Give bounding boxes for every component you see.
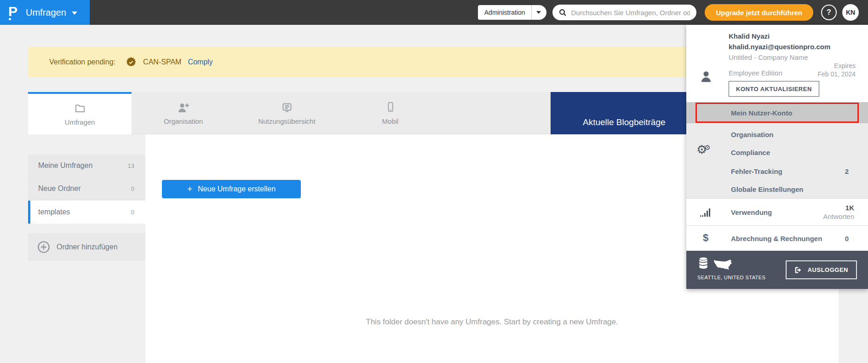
plus-circle-icon bbox=[37, 241, 50, 254]
folder-label: templates bbox=[38, 208, 70, 216]
folder-label: Neue Ordner bbox=[38, 184, 81, 193]
product-menu[interactable]: P Umfragen bbox=[0, 0, 90, 25]
usage-bars-icon bbox=[700, 208, 712, 217]
folder-label: Meine Umfragen bbox=[38, 161, 92, 170]
program-name: CAN-SPAM bbox=[143, 58, 181, 66]
expires-label: Expires bbox=[817, 62, 856, 70]
question-mark-icon: ? bbox=[827, 8, 831, 17]
logout-button[interactable]: AUSLOGGEN bbox=[786, 260, 857, 279]
mobile-phone-icon bbox=[385, 101, 396, 113]
product-name: Umfragen bbox=[26, 7, 66, 18]
menu-item-globale-einstellungen[interactable]: Globale Einstellungen bbox=[686, 180, 868, 199]
menu-item-label: Mein Nutzer-Konto bbox=[731, 109, 792, 117]
create-umfrage-label: Neue Umfrage erstellen bbox=[198, 185, 276, 193]
folder-count: 0 bbox=[131, 185, 134, 192]
menu-item-organisation[interactable]: Organisation bbox=[686, 125, 868, 144]
usage-report-icon bbox=[281, 101, 293, 113]
create-umfrage-button[interactable]: + Neue Umfrage erstellen bbox=[162, 180, 301, 198]
add-user-icon bbox=[177, 101, 190, 113]
menu-item-verwendung[interactable]: Verwendung 1K Antworten bbox=[686, 198, 868, 225]
chevron-down-icon bbox=[72, 12, 77, 15]
tab-organisation[interactable]: Organisation bbox=[132, 92, 235, 134]
sidebar-item-neue-ordner[interactable]: Neue Ordner 0 bbox=[28, 178, 145, 200]
menu-item-label: Organisation bbox=[731, 131, 774, 138]
menu-item-label: Fehler-Tracking bbox=[731, 167, 782, 175]
folder-count: 0 bbox=[131, 209, 134, 216]
logout-icon bbox=[794, 266, 803, 274]
menu-item-label: Globale Einstellungen bbox=[731, 185, 804, 193]
tab-mobil[interactable]: Mobil bbox=[339, 92, 442, 134]
usage-value: 1K bbox=[823, 203, 854, 212]
search-icon bbox=[559, 9, 567, 17]
menu-item-mein-nutzer-konto[interactable]: Mein Nutzer-Konto bbox=[686, 102, 868, 123]
account-menu-section: Mein Nutzer-Konto Organisation Complianc… bbox=[686, 102, 868, 198]
user-account-menu: Khalid Nyazi khalid.nyazi@questionpro.co… bbox=[686, 25, 868, 289]
menu-item-abrechnung[interactable]: $ Abrechnung & Rechnungen 0 bbox=[686, 225, 868, 251]
usage-value-block: 1K Antworten bbox=[823, 203, 854, 221]
folder-count: 13 bbox=[128, 162, 134, 169]
avatar[interactable]: KN bbox=[842, 4, 859, 21]
tab-umfragen[interactable]: Umfragen bbox=[28, 92, 132, 134]
user-name: Khalid Nyazi bbox=[729, 32, 770, 40]
blog-panel-label: Aktuelle Blogbeiträge bbox=[583, 117, 666, 127]
help-button[interactable]: ? bbox=[821, 5, 837, 20]
error-count-badge: 2 bbox=[845, 167, 849, 175]
empty-state-text: This folder doesn't have any Umfrages. S… bbox=[145, 317, 839, 327]
administration-dropdown[interactable]: Administration bbox=[478, 5, 547, 20]
menu-item-fehler-tracking[interactable]: Fehler-Tracking 2 bbox=[686, 162, 868, 181]
add-folder-button[interactable]: Ordner hinzufügen bbox=[28, 233, 145, 261]
expires-date: Feb 01, 2024 bbox=[817, 70, 856, 78]
settings-gears-icon: ⚙⚙ bbox=[696, 143, 718, 156]
questionpro-logo-icon: P bbox=[8, 5, 20, 20]
search-input[interactable] bbox=[571, 9, 690, 17]
add-folder-label: Ordner hinzufügen bbox=[57, 243, 118, 251]
database-icon bbox=[697, 256, 709, 270]
upgrade-button[interactable]: Upgrade jetzt durchführen bbox=[705, 4, 813, 21]
usage-label: Verwendung bbox=[731, 208, 772, 216]
sidebar-item-templates[interactable]: templates 0 bbox=[28, 201, 145, 224]
edition-label: Employee Edition bbox=[729, 69, 782, 77]
plus-icon: + bbox=[187, 184, 192, 194]
folder-icon bbox=[74, 102, 86, 114]
administration-caret[interactable] bbox=[532, 5, 546, 20]
user-email: khalid.nyazi@questionpro.com bbox=[729, 43, 830, 51]
tab-label: Mobil bbox=[382, 117, 399, 125]
usage-unit: Antworten bbox=[823, 212, 854, 221]
datacenter-location: SEATTLE, UNITED STATES bbox=[697, 275, 765, 280]
verification-status-label: Verification pending: bbox=[49, 58, 115, 66]
tab-label: Organisation bbox=[164, 117, 203, 125]
tab-nutzungsuebersicht[interactable]: Nutzungsübersicht bbox=[235, 92, 339, 134]
comply-link[interactable]: Comply bbox=[188, 58, 213, 66]
administration-label: Administration bbox=[478, 5, 532, 20]
billing-label: Abrechnung & Rechnungen bbox=[731, 235, 822, 242]
billing-count-badge: 0 bbox=[845, 235, 849, 242]
tab-label: Nutzungsübersicht bbox=[258, 117, 315, 125]
expiry-info: Expires Feb 01, 2024 bbox=[817, 62, 856, 78]
menu-item-label: Compliance bbox=[731, 149, 770, 156]
dollar-icon: $ bbox=[703, 232, 708, 244]
global-search[interactable] bbox=[552, 5, 696, 20]
usa-map-icon bbox=[713, 258, 733, 270]
company-name: Untitled - Company Name bbox=[729, 53, 808, 61]
seal-badge-icon bbox=[126, 57, 137, 68]
user-icon bbox=[699, 70, 713, 84]
chevron-down-icon bbox=[536, 11, 541, 14]
app-window: P Umfragen Administration Upgrade jetzt … bbox=[0, 0, 868, 363]
sidebar-item-meine-umfragen[interactable]: Meine Umfragen 13 bbox=[28, 155, 145, 177]
tab-label: Umfragen bbox=[65, 118, 95, 126]
account-info-section: Khalid Nyazi khalid.nyazi@questionpro.co… bbox=[686, 25, 868, 102]
top-bar: P Umfragen Administration Upgrade jetzt … bbox=[0, 0, 868, 25]
update-account-button[interactable]: KONTO AKTUALISIEREN bbox=[729, 81, 819, 97]
account-menu-footer: SEATTLE, UNITED STATES AUSLOGGEN bbox=[686, 251, 868, 289]
logout-label: AUSLOGGEN bbox=[808, 266, 848, 273]
